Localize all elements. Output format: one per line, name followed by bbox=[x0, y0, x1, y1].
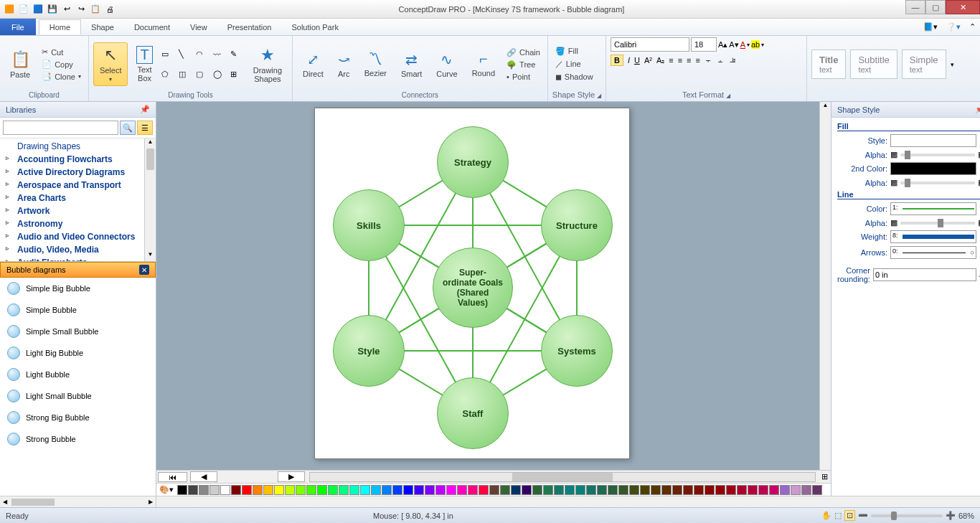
color-swatch[interactable] bbox=[705, 485, 715, 495]
collapse-ribbon-icon[interactable]: ⌃ bbox=[969, 22, 976, 32]
color-swatch[interactable] bbox=[231, 485, 241, 495]
hscroll-thumb[interactable] bbox=[512, 473, 613, 481]
tab-document[interactable]: Document bbox=[124, 20, 180, 34]
valign-mid-icon[interactable]: ⫠ bbox=[717, 56, 725, 65]
copy-button[interactable]: 📄Copy bbox=[39, 59, 84, 70]
subscript-button[interactable]: A₂ bbox=[656, 56, 664, 65]
tab-nav-prev[interactable]: ◀ bbox=[190, 471, 217, 482]
clone-button[interactable]: 📑Clone ▾ bbox=[39, 71, 84, 82]
connector-bezier[interactable]: 〽Bezier bbox=[359, 48, 392, 80]
select-button[interactable]: ↖ Select ▾ bbox=[93, 42, 128, 86]
close-button[interactable]: ✕ bbox=[946, 0, 980, 14]
qa-icon-5[interactable]: ↩ bbox=[60, 3, 73, 16]
connector-arc[interactable]: ⤻Arc bbox=[332, 48, 356, 81]
color-swatch[interactable] bbox=[392, 485, 402, 495]
color-swatch[interactable] bbox=[726, 485, 736, 495]
bubble-skills[interactable]: Skills bbox=[333, 189, 405, 261]
color-swatch[interactable] bbox=[188, 485, 198, 495]
shadow-button[interactable]: ◼Shadow bbox=[552, 72, 596, 83]
shape-item[interactable]: Light Small Bubble bbox=[0, 385, 156, 407]
lib-scroll-thumb[interactable] bbox=[146, 149, 154, 170]
style-gallery-more-icon[interactable]: ▾ bbox=[951, 61, 954, 68]
align-center-icon[interactable]: ≡ bbox=[678, 56, 682, 65]
align-left-icon[interactable]: ≡ bbox=[669, 56, 673, 65]
color-swatch[interactable] bbox=[683, 485, 693, 495]
bubble-structure[interactable]: Structure bbox=[541, 189, 613, 261]
qa-icon-1[interactable]: 🟧 bbox=[3, 3, 16, 16]
shape-item[interactable]: Simple Bubble bbox=[0, 299, 156, 321]
italic-button[interactable]: I bbox=[628, 56, 630, 65]
minimize-button[interactable]: — bbox=[905, 0, 925, 14]
tool-rect-icon[interactable]: ▭ bbox=[161, 50, 176, 59]
connector-chain[interactable]: 🔗Chain bbox=[504, 47, 543, 58]
file-menu[interactable]: File bbox=[0, 19, 36, 35]
sample-simple[interactable]: Simpletext bbox=[902, 50, 946, 79]
color-swatch[interactable] bbox=[489, 485, 499, 495]
tab-nav-first[interactable]: ⏮ bbox=[158, 472, 187, 482]
shape-item[interactable]: Simple Big Bubble bbox=[0, 278, 156, 299]
color-swatch[interactable] bbox=[349, 485, 359, 495]
color-swatch[interactable] bbox=[672, 485, 682, 495]
color-swatch[interactable] bbox=[780, 485, 790, 495]
color-swatch[interactable] bbox=[500, 485, 510, 495]
color-swatch[interactable] bbox=[285, 485, 295, 495]
color-swatch[interactable] bbox=[403, 485, 413, 495]
color-swatch[interactable] bbox=[263, 485, 273, 495]
decrease-font-icon[interactable]: A▾ bbox=[729, 40, 738, 50]
color-swatch[interactable] bbox=[177, 485, 187, 495]
line-button[interactable]: ／Line bbox=[552, 58, 596, 70]
color-swatch[interactable] bbox=[479, 485, 489, 495]
color-swatch[interactable] bbox=[522, 485, 532, 495]
color-swatch[interactable] bbox=[220, 485, 230, 495]
color-swatch[interactable] bbox=[801, 485, 811, 495]
valign-bot-icon[interactable]: ⫡ bbox=[729, 56, 737, 65]
color-swatch[interactable] bbox=[715, 485, 725, 495]
bubble-systems[interactable]: Systems bbox=[541, 315, 613, 387]
tool-curve-icon[interactable]: 〰 bbox=[213, 50, 227, 59]
shape-item[interactable]: Simple Small Bubble bbox=[0, 321, 156, 342]
align-justify-icon[interactable]: ≡ bbox=[696, 56, 700, 65]
connector-tree[interactable]: 🌳Tree bbox=[504, 60, 543, 70]
tool-group-icon[interactable]: ⊞ bbox=[230, 70, 245, 79]
color-swatch[interactable] bbox=[306, 485, 316, 495]
color-swatch[interactable] bbox=[597, 485, 607, 495]
underline-button[interactable]: U bbox=[634, 56, 640, 65]
zoom-thumb[interactable] bbox=[891, 512, 897, 520]
color-swatch[interactable] bbox=[253, 485, 263, 495]
color-swatch[interactable] bbox=[242, 485, 252, 495]
color-swatch[interactable] bbox=[661, 485, 672, 495]
color-swatch[interactable] bbox=[328, 485, 338, 495]
color-swatch[interactable] bbox=[360, 485, 370, 495]
selection-tool-icon[interactable]: ⬚ bbox=[834, 511, 842, 520]
color-swatch[interactable] bbox=[758, 485, 768, 495]
connector-round[interactable]: ⌐Round bbox=[466, 48, 501, 80]
color-swatch[interactable] bbox=[414, 485, 424, 495]
color-swatch[interactable] bbox=[532, 485, 542, 495]
shapes-group-header[interactable]: Bubble diagrams ✕ bbox=[0, 262, 156, 278]
cut-button[interactable]: ✂Cut bbox=[39, 47, 84, 57]
library-item[interactable]: Audio and Video Connectors bbox=[0, 230, 156, 243]
color-swatch[interactable] bbox=[748, 485, 758, 495]
library-item[interactable]: Area Charts bbox=[0, 192, 156, 204]
qa-icon-8[interactable]: 🖨 bbox=[103, 3, 116, 16]
highlight-icon[interactable]: ab bbox=[751, 40, 760, 49]
help-icon[interactable]: 📘▾ bbox=[923, 22, 938, 32]
library-item[interactable]: Astronomy bbox=[0, 217, 156, 230]
color-swatch[interactable] bbox=[618, 485, 628, 495]
library-search-input[interactable] bbox=[3, 121, 118, 135]
color-swatch[interactable] bbox=[769, 485, 779, 495]
color-swatch[interactable] bbox=[339, 485, 349, 495]
qa-icon-4[interactable]: 💾 bbox=[46, 3, 59, 16]
bubble-strategy[interactable]: Strategy bbox=[437, 126, 509, 198]
color-swatch[interactable] bbox=[640, 485, 650, 495]
arrows-combo[interactable]: 0:○ bbox=[890, 246, 976, 259]
color-swatch[interactable] bbox=[446, 485, 456, 495]
color-swatch[interactable] bbox=[554, 485, 564, 495]
hand-tool-icon[interactable]: ✋ bbox=[821, 511, 831, 520]
zoom-out-icon[interactable]: ➖ bbox=[858, 511, 868, 520]
color-swatch[interactable] bbox=[737, 485, 747, 495]
bubble-staff[interactable]: Staff bbox=[437, 377, 509, 449]
left-panel-hscrollbar[interactable]: ◀ ▶ bbox=[0, 496, 156, 507]
line-alpha-slider[interactable] bbox=[900, 222, 975, 225]
close-shapes-icon[interactable]: ✕ bbox=[139, 265, 149, 275]
